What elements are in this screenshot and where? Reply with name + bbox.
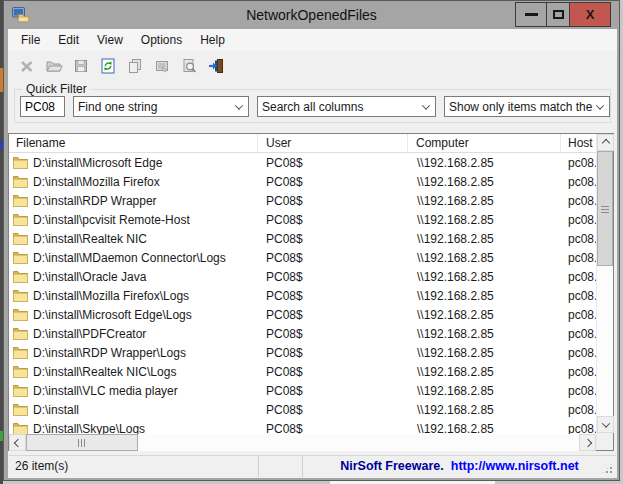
user-cell: PC08$ bbox=[258, 251, 408, 265]
column-header-filename[interactable]: Filename bbox=[9, 134, 258, 152]
filename-cell: D:\install\RDP Wrapper bbox=[9, 194, 258, 208]
table-row[interactable]: D:\install\Mozilla Firefox PC08$ \\192.1… bbox=[9, 172, 596, 191]
table-row[interactable]: D:\install\Oracle Java PC08$ \\192.168.2… bbox=[9, 267, 596, 286]
close-button[interactable]: X bbox=[569, 2, 611, 27]
filename-text: D:\install\Mozilla Firefox\Logs bbox=[33, 289, 189, 303]
find-mode-select[interactable]: Find one string bbox=[73, 96, 249, 117]
nirsoft-link[interactable]: http://www.nirsoft.net bbox=[451, 456, 579, 477]
minimize-button[interactable] bbox=[515, 2, 547, 27]
folder-icon bbox=[13, 403, 28, 416]
computer-cell: \\192.168.2.85 bbox=[408, 384, 561, 398]
host-cell: pc08. bbox=[561, 384, 596, 398]
menu-view[interactable]: View bbox=[88, 29, 132, 51]
folder-icon bbox=[13, 384, 28, 397]
column-scope-select[interactable]: Search all columns bbox=[257, 96, 436, 117]
filter-query-input[interactable] bbox=[20, 96, 65, 117]
host-cell: pc08. bbox=[561, 194, 596, 208]
host-cell: pc08. bbox=[561, 213, 596, 227]
scroll-up-button[interactable] bbox=[597, 134, 614, 151]
table-row[interactable]: D:\install\RDP Wrapper PC08$ \\192.168.2… bbox=[9, 191, 596, 210]
files-list: Filename User Computer Host D:\install\M… bbox=[8, 133, 614, 451]
table-row[interactable]: D:\install\Skype\Logs PC08$ \\192.168.2.… bbox=[9, 419, 596, 434]
host-cell: pc08. bbox=[561, 175, 596, 189]
filename-text: D:\install\PDFCreator bbox=[33, 327, 146, 341]
folder-icon bbox=[13, 251, 28, 264]
computer-cell: \\192.168.2.85 bbox=[408, 403, 561, 417]
items-count: 26 item(s) bbox=[9, 456, 259, 477]
horizontal-scroll-track[interactable] bbox=[138, 434, 579, 451]
host-cell: pc08. bbox=[561, 232, 596, 246]
delete-icon bbox=[17, 56, 37, 76]
column-header-computer[interactable]: Computer bbox=[408, 134, 561, 152]
exit-icon[interactable] bbox=[206, 56, 226, 76]
table-row[interactable]: D:\install\pcvisit Remote-Host PC08$ \\1… bbox=[9, 210, 596, 229]
maximize-button[interactable] bbox=[546, 2, 570, 27]
rows-viewport: D:\install\Microsoft Edge PC08$ \\192.16… bbox=[9, 153, 596, 434]
toolbar bbox=[8, 51, 617, 81]
computer-cell: \\192.168.2.85 bbox=[408, 289, 561, 303]
filename-text: D:\install\Oracle Java bbox=[33, 270, 146, 284]
table-row[interactable]: D:\install\Mozilla Firefox\Logs PC08$ \\… bbox=[9, 286, 596, 305]
scroll-left-button[interactable] bbox=[9, 434, 26, 451]
computer-cell: \\192.168.2.85 bbox=[408, 175, 561, 189]
folder-icon bbox=[13, 422, 28, 434]
brand-text: NirSoft Freeware. bbox=[340, 456, 444, 477]
close-icon: X bbox=[586, 7, 595, 22]
table-row[interactable]: D:\install PC08$ \\192.168.2.85 pc08. bbox=[9, 400, 596, 419]
vertical-scroll-thumb[interactable] bbox=[597, 151, 613, 266]
table-row[interactable]: D:\install\Realtek NIC PC08$ \\192.168.2… bbox=[9, 229, 596, 248]
filename-cell: D:\install\Mozilla Firefox bbox=[9, 175, 258, 189]
computer-cell: \\192.168.2.85 bbox=[408, 194, 561, 208]
table-row[interactable]: D:\install\MDaemon Connector\Logs PC08$ … bbox=[9, 248, 596, 267]
table-row[interactable]: D:\install\Microsoft Edge\Logs PC08$ \\1… bbox=[9, 305, 596, 324]
scroll-down-button[interactable] bbox=[597, 416, 614, 433]
quick-filter-label: Quick Filter bbox=[22, 82, 91, 96]
scroll-right-button[interactable] bbox=[579, 434, 596, 451]
host-cell: pc08. bbox=[561, 251, 596, 265]
user-cell: PC08$ bbox=[258, 194, 408, 208]
filename-text: D:\install\Microsoft Edge bbox=[33, 156, 162, 170]
chevron-down-icon bbox=[601, 419, 609, 427]
filename-text: D:\install\pcvisit Remote-Host bbox=[33, 213, 190, 227]
host-cell: pc08. bbox=[561, 270, 596, 284]
title-bar[interactable]: NetworkOpenedFiles X bbox=[4, 1, 619, 29]
vertical-scrollbar bbox=[596, 134, 613, 450]
computer-cell: \\192.168.2.85 bbox=[408, 308, 561, 322]
table-row[interactable]: D:\install\Microsoft Edge PC08$ \\192.16… bbox=[9, 153, 596, 172]
menu-help[interactable]: Help bbox=[191, 29, 234, 51]
filename-cell: D:\install\Oracle Java bbox=[9, 270, 258, 284]
refresh-icon[interactable] bbox=[98, 56, 118, 76]
vertical-scroll-track[interactable] bbox=[597, 266, 613, 416]
table-row[interactable]: D:\install\RDP Wrapper\Logs PC08$ \\192.… bbox=[9, 343, 596, 362]
filename-cell: D:\install\PDFCreator bbox=[9, 327, 258, 341]
match-mode-select[interactable]: Show only items match the f bbox=[444, 96, 610, 117]
user-cell: PC08$ bbox=[258, 403, 408, 417]
host-cell: pc08. bbox=[561, 403, 596, 417]
computer-cell: \\192.168.2.85 bbox=[408, 270, 561, 284]
user-cell: PC08$ bbox=[258, 327, 408, 341]
computer-cell: \\192.168.2.85 bbox=[408, 327, 561, 341]
menu-file[interactable]: File bbox=[12, 29, 49, 51]
status-pane-brand: NirSoft Freeware. http://www.nirsoft.net bbox=[303, 456, 616, 477]
chevron-left-icon bbox=[13, 438, 21, 446]
menu-options[interactable]: Options bbox=[132, 29, 191, 51]
folder-icon bbox=[13, 289, 28, 302]
horizontal-scroll-thumb[interactable] bbox=[26, 434, 138, 451]
find-icon bbox=[179, 56, 199, 76]
table-row[interactable]: D:\install\Realtek NIC\Logs PC08$ \\192.… bbox=[9, 362, 596, 381]
chevron-down-icon bbox=[235, 101, 243, 109]
folder-icon bbox=[13, 213, 28, 226]
table-row[interactable]: D:\install\VLC media player PC08$ \\192.… bbox=[9, 381, 596, 400]
caption-buttons: X bbox=[516, 2, 611, 27]
column-header-host[interactable]: Host bbox=[561, 134, 596, 152]
menu-edit[interactable]: Edit bbox=[49, 29, 88, 51]
column-header-user[interactable]: User bbox=[258, 134, 408, 152]
chevron-right-icon bbox=[583, 438, 591, 446]
chevron-down-icon bbox=[596, 101, 604, 109]
open-folder-icon bbox=[44, 56, 64, 76]
filename-text: D:\install\Realtek NIC bbox=[33, 232, 147, 246]
computer-cell: \\192.168.2.85 bbox=[408, 232, 561, 246]
user-cell: PC08$ bbox=[258, 213, 408, 227]
table-row[interactable]: D:\install\PDFCreator PC08$ \\192.168.2.… bbox=[9, 324, 596, 343]
filename-cell: D:\install\Mozilla Firefox\Logs bbox=[9, 289, 258, 303]
